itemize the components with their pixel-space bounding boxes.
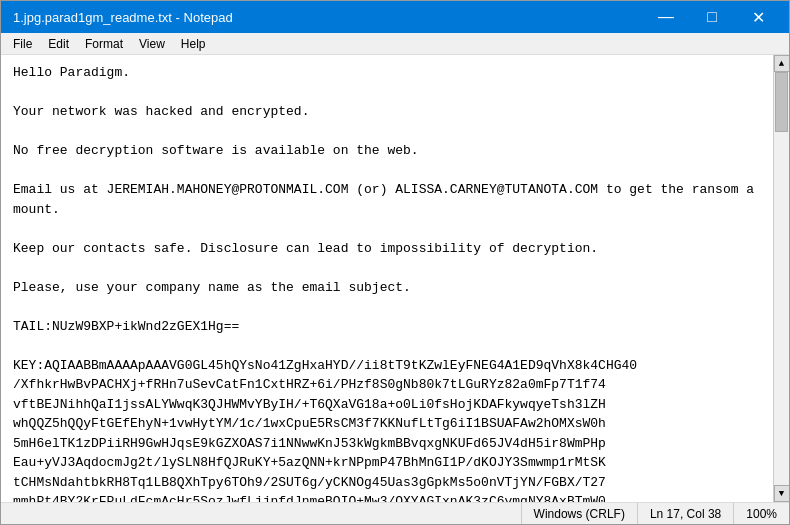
- text-editor[interactable]: Hello Paradigm. Your network was hacked …: [1, 55, 773, 502]
- vertical-scrollbar[interactable]: ▲ ▼: [773, 55, 789, 502]
- menu-bar: File Edit Format View Help: [1, 33, 789, 55]
- minimize-button[interactable]: —: [643, 1, 689, 33]
- window-title: 1.jpg.parad1gm_readme.txt - Notepad: [13, 10, 233, 25]
- window-controls: — □ ✕: [643, 1, 781, 33]
- menu-file[interactable]: File: [5, 35, 40, 53]
- status-bar: Windows (CRLF) Ln 17, Col 38 100%: [1, 502, 789, 524]
- content-area: Hello Paradigm. Your network was hacked …: [1, 55, 789, 502]
- title-bar: 1.jpg.parad1gm_readme.txt - Notepad — □ …: [1, 1, 789, 33]
- menu-view[interactable]: View: [131, 35, 173, 53]
- scroll-up-button[interactable]: ▲: [774, 55, 790, 72]
- position-status: Ln 17, Col 38: [637, 503, 733, 524]
- scroll-down-button[interactable]: ▼: [774, 485, 790, 502]
- notepad-window: 1.jpg.parad1gm_readme.txt - Notepad — □ …: [0, 0, 790, 525]
- maximize-button[interactable]: □: [689, 1, 735, 33]
- menu-format[interactable]: Format: [77, 35, 131, 53]
- scroll-track[interactable]: [774, 72, 789, 485]
- menu-edit[interactable]: Edit: [40, 35, 77, 53]
- encoding-status: Windows (CRLF): [521, 503, 637, 524]
- scroll-thumb[interactable]: [775, 72, 788, 132]
- menu-help[interactable]: Help: [173, 35, 214, 53]
- close-button[interactable]: ✕: [735, 1, 781, 33]
- zoom-status: 100%: [733, 503, 789, 524]
